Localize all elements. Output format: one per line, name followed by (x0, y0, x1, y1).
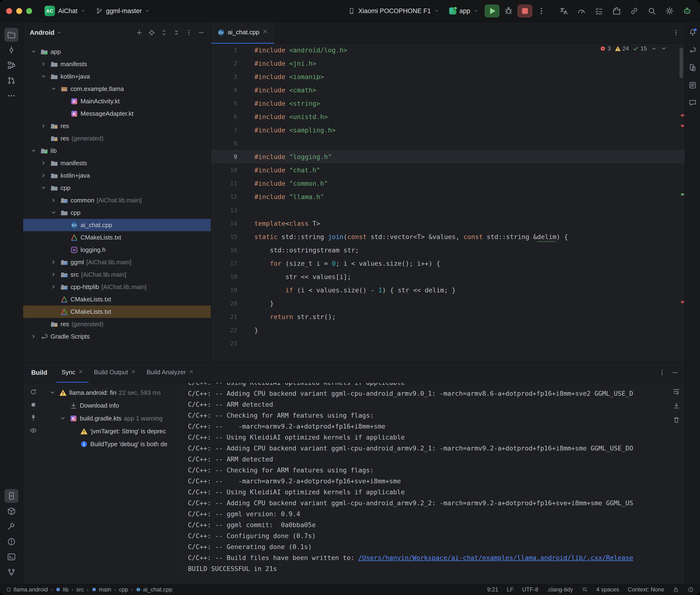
project-tree-item[interactable]: KMainActivity.kt (23, 95, 211, 107)
code-line[interactable]: 23 (211, 337, 685, 350)
zoom-window-button[interactable] (26, 8, 32, 14)
line-number[interactable]: 15 (211, 233, 247, 240)
eye-button[interactable] (28, 425, 38, 436)
search-button[interactable] (645, 4, 659, 18)
ai-assistant-button[interactable] (680, 4, 694, 18)
profiler-button[interactable] (575, 4, 588, 18)
project-tree-item[interactable]: com.example.llama (23, 83, 211, 95)
code-line[interactable]: 22} (211, 323, 685, 337)
close-tab-button[interactable] (131, 369, 136, 376)
warnings-count[interactable]: 24 (615, 45, 629, 52)
code-line[interactable]: 17 for (size_t i = 0; i < values.size();… (211, 257, 685, 270)
chevron-right-icon[interactable] (39, 172, 48, 179)
breadcrumb-item[interactable]: llama.android (6, 586, 48, 593)
build-tree-item[interactable]: BuildType 'debug' is both de (44, 437, 182, 451)
project-tree-item[interactable]: CMakeLists.txt (23, 293, 211, 306)
soft-wrap-button[interactable] (671, 386, 682, 397)
project-tree-item[interactable]: res (generated) (23, 132, 211, 144)
line-number[interactable]: 20 (211, 300, 247, 307)
build-tree-item[interactable]: 'jvmTarget: String' is deprec (44, 425, 182, 437)
project-view-selector[interactable]: Android (30, 29, 62, 36)
project-tree-item[interactable]: res (generated) (23, 318, 211, 330)
collapse-all-button[interactable] (171, 27, 182, 38)
code-line[interactable]: 6#include <unistd.h> (211, 110, 685, 123)
line-number[interactable]: 23 (211, 340, 247, 347)
code-line[interactable]: 2#include <jni.h> (211, 57, 685, 70)
code-line[interactable]: 7#include <sampling.h> (211, 123, 685, 137)
project-tree-item[interactable]: kotlin+java (23, 70, 211, 83)
code-line[interactable]: 19 if (i < values.size() - 1) { str << d… (211, 283, 685, 297)
line-number[interactable]: 19 (211, 287, 247, 293)
line-number[interactable]: 11 (211, 180, 247, 187)
typos-count[interactable]: 15 (633, 45, 647, 52)
chevron-right-icon[interactable] (29, 333, 38, 340)
breadcrumb-item[interactable]: src (76, 586, 84, 593)
clear-button[interactable] (671, 415, 682, 425)
console-link[interactable]: /Users/hanyin/Workspace/ai-chat/examples… (358, 554, 633, 561)
errors-count[interactable]: 3 (600, 45, 611, 52)
todo-button[interactable] (592, 4, 606, 18)
close-tab-button[interactable] (78, 369, 83, 376)
app-insights-tool-button[interactable] (687, 97, 698, 108)
device-selector[interactable]: Xiaomi POCOPHONE F1 (344, 5, 443, 17)
more-run-options-button[interactable] (535, 4, 548, 18)
code-line[interactable]: 20 } (211, 297, 685, 310)
refresh-button[interactable] (28, 387, 38, 397)
project-tree-item[interactable]: Hlogging.h (23, 244, 211, 256)
line-number[interactable]: 21 (211, 313, 247, 320)
build-tab-sync[interactable]: Sync (56, 363, 89, 382)
line-number[interactable]: 2 (211, 60, 247, 67)
chevron-right-icon[interactable] (49, 197, 58, 204)
run-configuration-selector[interactable]: app (445, 5, 482, 17)
project-tree-item[interactable]: res (23, 120, 211, 132)
project-folder-tool-button[interactable] (4, 28, 18, 42)
chevron-down-icon[interactable] (39, 184, 48, 192)
status-widget[interactable]: 4 spaces (596, 586, 619, 593)
project-tree-item[interactable]: cpp (23, 206, 211, 219)
breadcrumb-item[interactable]: main (91, 586, 111, 593)
breadcrumb-item[interactable]: cpp (119, 586, 128, 593)
chevron-right-icon[interactable] (49, 283, 58, 290)
line-number[interactable]: 1 (211, 47, 247, 54)
code-line[interactable]: 11#include "common.h" (211, 177, 685, 190)
chevron-right-icon[interactable] (49, 259, 58, 266)
problems-tool-button[interactable] (4, 535, 18, 548)
code-line[interactable]: 18 str << values[i]; (211, 270, 685, 283)
more-tools-tool-button[interactable] (4, 89, 18, 103)
line-number[interactable]: 16 (211, 247, 247, 254)
status-widget[interactable]: 9:21 (487, 586, 498, 593)
build-options-button[interactable] (657, 367, 667, 378)
close-tab-button[interactable] (189, 369, 194, 376)
project-tree-item[interactable]: CMakeLists.txt (23, 306, 211, 318)
warning-stripe-mark[interactable] (681, 193, 684, 196)
prev-problem-button[interactable] (651, 46, 657, 52)
project-tree-item[interactable]: manifests (23, 157, 211, 169)
code-line[interactable]: 14template<class T> (211, 217, 685, 230)
error-stripe-mark[interactable] (681, 301, 684, 303)
line-number[interactable]: 8 (211, 140, 247, 147)
debug-button[interactable] (502, 4, 515, 18)
project-tree-item[interactable]: cpp (23, 182, 211, 194)
run-button[interactable] (485, 4, 500, 18)
editor-options-button[interactable] (671, 27, 681, 38)
editor-scrollbar[interactable] (679, 48, 683, 78)
code-line[interactable]: 4#include <cmath> (211, 83, 685, 97)
breadcrumb-item[interactable]: C+ai_chat.cpp (136, 586, 172, 593)
breadcrumb-item[interactable]: lib (56, 586, 68, 593)
vcs-branch-selector[interactable]: ggml-master (92, 5, 154, 17)
code-line[interactable]: 15static std::string join(const std::vec… (211, 230, 685, 243)
project-tree-item[interactable]: KMessageAdapter.kt (23, 107, 211, 120)
chevron-down-icon[interactable] (29, 48, 38, 55)
line-number[interactable]: 12 (211, 193, 247, 200)
locate-button[interactable] (146, 27, 157, 38)
project-tree-item[interactable]: CMakeLists.txt (23, 231, 211, 244)
code-line[interactable]: 16 std::ostringstream str; (211, 243, 685, 257)
code-line[interactable]: 5#include <string> (211, 97, 685, 110)
unlock-widget[interactable] (673, 587, 679, 593)
chevron-right-icon[interactable] (39, 60, 48, 67)
code-editor[interactable]: 1#include <android/log.h>2#include <jni.… (211, 43, 685, 362)
line-number[interactable]: 5 (211, 100, 247, 107)
logcat-tool-button[interactable] (687, 80, 698, 91)
options-kebab-button[interactable] (184, 27, 194, 38)
editor-tab-ai-chat-cpp[interactable]: C+ ai_chat.cpp (211, 22, 274, 44)
